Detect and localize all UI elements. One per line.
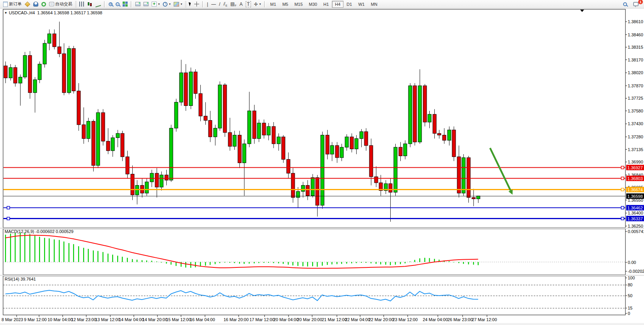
macd-panel <box>3 229 625 275</box>
tf-button-w1[interactable]: W1 <box>355 1 368 8</box>
vertical-line-tool[interactable]: | <box>205 1 210 7</box>
candle <box>291 173 295 197</box>
tf-button-m30[interactable]: M30 <box>306 1 320 8</box>
notifications-button[interactable]: 1 <box>632 2 640 7</box>
macd-histogram-bar <box>49 238 50 262</box>
signals-button[interactable] <box>40 2 48 7</box>
new-chart-dropdown[interactable]: ▾ <box>150 1 161 7</box>
candle <box>448 130 451 140</box>
trendline-tool[interactable]: / <box>217 1 222 7</box>
template-chart-icon <box>174 2 179 7</box>
search-button[interactable] <box>622 2 629 7</box>
cursor-tool-button[interactable] <box>188 2 193 7</box>
text-tool[interactable]: A <box>238 1 244 7</box>
tf-button-h1[interactable]: H1 <box>320 1 332 8</box>
candlestick-chart-button[interactable] <box>86 1 94 7</box>
candle <box>116 133 120 138</box>
macd-histogram-bar <box>24 233 25 262</box>
candle <box>233 135 236 146</box>
macd-histogram-bar <box>371 262 371 263</box>
candle <box>306 185 309 196</box>
tf-button-h4-active[interactable]: H4 <box>332 1 343 8</box>
candle <box>43 43 46 64</box>
market-button[interactable] <box>23 1 32 7</box>
period-dropdown[interactable]: ▾ <box>161 2 172 7</box>
line-right-handle[interactable] <box>621 217 624 220</box>
chart-symbol-title[interactable]: ▼USDCAD-,H4 1.36564 1.36598 1.36517 1.36… <box>4 10 102 15</box>
tile-windows-button[interactable] <box>121 1 129 7</box>
macd-histogram-bar <box>366 262 366 263</box>
candle <box>238 135 241 163</box>
chart-shift-button[interactable] <box>142 2 150 7</box>
candle <box>126 157 129 174</box>
candle <box>267 126 270 135</box>
candle <box>262 123 266 135</box>
bar-chart-button[interactable] <box>78 1 86 7</box>
time-axis-label: 26 Mar 23:00 <box>448 317 473 322</box>
autotrade-button[interactable]: 自动交易 <box>48 1 74 7</box>
candle <box>257 123 261 138</box>
time-axis-label: 13 Mar 12:00 <box>95 317 120 322</box>
macd-histogram-bar <box>453 262 454 262</box>
line-right-handle[interactable] <box>621 206 624 209</box>
line-left-handle[interactable] <box>7 206 10 209</box>
candle <box>442 135 446 140</box>
macd-histogram-bar <box>258 262 259 263</box>
candle <box>194 72 197 94</box>
candle <box>160 175 163 187</box>
crosshair-tool-button[interactable] <box>193 1 201 7</box>
arrows-tool-dropdown[interactable]: ✢▾ <box>253 1 263 7</box>
macd-histogram-bar <box>229 262 230 263</box>
fibonacci-tool[interactable]: ▤F <box>229 1 238 7</box>
text-label-tool[interactable]: T <box>244 1 252 8</box>
macd-histogram-bar <box>337 262 337 264</box>
contacts-button[interactable] <box>32 1 40 7</box>
vertical-line-icon: | <box>207 2 208 7</box>
clock-icon <box>163 2 167 7</box>
tf-button-d1[interactable]: D1 <box>343 1 355 8</box>
time-axis-label: 20 Mar 20:00 <box>297 317 322 322</box>
price-axis-label: 1.36990 <box>628 160 643 164</box>
new-order-button[interactable]: 新订单 <box>2 1 23 7</box>
text-icon: A <box>239 2 243 7</box>
zoom-out-button[interactable]: - <box>114 2 121 7</box>
line-right-handle[interactable] <box>621 188 624 191</box>
panel-splitter[interactable] <box>0 228 644 229</box>
macd-histogram-bar <box>127 258 128 262</box>
autoscroll-button[interactable] <box>134 2 142 7</box>
line-left-handle[interactable] <box>7 217 10 220</box>
candle <box>174 102 178 128</box>
tf-button-m5[interactable]: M5 <box>279 1 291 8</box>
macd-histogram-bar <box>356 262 357 263</box>
line-chart-button[interactable] <box>94 2 102 7</box>
macd-histogram-bar <box>93 250 94 262</box>
candle <box>106 141 110 151</box>
trendline-icon: / <box>219 2 220 7</box>
candle <box>282 137 285 159</box>
tf-button-m1[interactable]: M1 <box>267 1 279 8</box>
symbol-dropdown-icon[interactable]: ▼ <box>4 11 7 15</box>
text-label-icon: T <box>246 1 251 7</box>
tf-button-m15[interactable]: M15 <box>291 1 306 8</box>
line-right-handle[interactable] <box>621 166 624 169</box>
candle <box>92 121 95 165</box>
autotrade-robot-icon <box>49 2 54 6</box>
candle <box>452 130 456 157</box>
zoom-in-button[interactable]: + <box>107 2 114 7</box>
candle <box>374 177 378 183</box>
candle <box>472 197 475 199</box>
channel-tool[interactable]: ⫽E <box>222 1 229 7</box>
new-order-label: 新订单 <box>9 1 22 7</box>
macd-histogram-bar <box>156 262 157 262</box>
price-line-label: 1.36337 <box>627 216 643 221</box>
macd-histogram-bar <box>78 246 79 262</box>
macd-histogram-bar <box>244 262 244 264</box>
panel-splitter[interactable] <box>0 275 644 276</box>
candle <box>364 132 368 146</box>
macd-histogram-bar <box>376 262 376 264</box>
line-right-handle[interactable] <box>621 177 624 180</box>
horizontal-line-tool[interactable]: — <box>210 1 217 7</box>
template-dropdown[interactable]: ▾ <box>172 2 184 7</box>
macd-histogram-bar <box>83 248 84 262</box>
tf-button-mn[interactable]: MN <box>368 1 381 8</box>
